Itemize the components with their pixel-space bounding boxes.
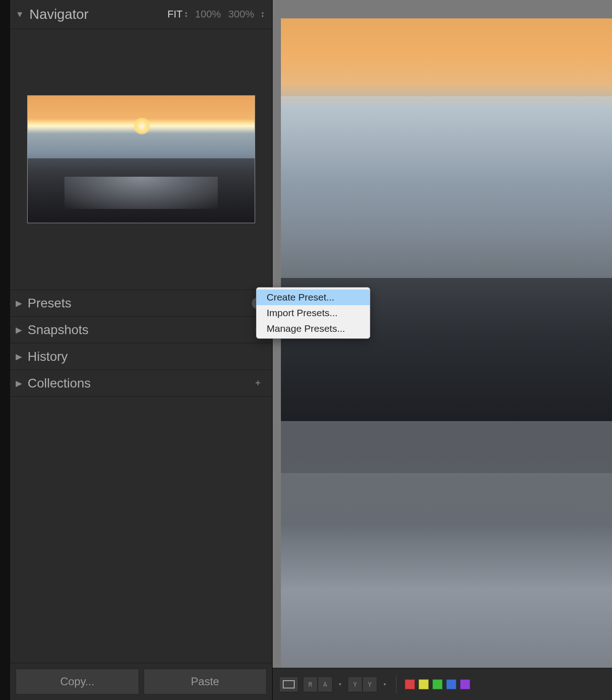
before-after-group: Y Y bbox=[348, 677, 377, 692]
expand-icon: ▶ bbox=[16, 298, 22, 308]
history-panel-header[interactable]: ▶ History bbox=[10, 343, 272, 370]
loupe-view-button[interactable] bbox=[279, 677, 298, 692]
zoom-fit[interactable]: FIT ▴▾ bbox=[167, 8, 187, 20]
compare-r-button[interactable]: R bbox=[303, 677, 318, 692]
navigator-title: Navigator bbox=[29, 6, 168, 22]
expand-icon: ▶ bbox=[16, 352, 22, 362]
navigator-header: ▼ Navigator FIT ▴▾ 100% 300% ▴▾ bbox=[10, 0, 272, 29]
toolbar-bottom: R A ▾ Y Y ▾ bbox=[273, 668, 612, 700]
color-label-yellow[interactable] bbox=[419, 679, 429, 689]
svg-rect-0 bbox=[283, 681, 294, 688]
left-panel: ▼ Navigator FIT ▴▾ 100% 300% ▴▾ ▶ bbox=[10, 0, 273, 700]
navigator-preview[interactable] bbox=[10, 29, 272, 290]
compare-a-button[interactable]: A bbox=[318, 677, 332, 692]
history-label: History bbox=[28, 349, 264, 364]
color-label-green[interactable] bbox=[432, 679, 443, 689]
snapshots-panel-header[interactable]: ▶ Snapshots + bbox=[10, 317, 272, 343]
expand-icon: ▶ bbox=[16, 378, 22, 388]
menu-create-preset[interactable]: Create Preset... bbox=[256, 289, 370, 305]
before-after-y2-button[interactable]: Y bbox=[362, 677, 377, 692]
toolbar-divider bbox=[396, 675, 396, 694]
snapshots-label: Snapshots bbox=[28, 323, 252, 337]
color-label-red[interactable] bbox=[405, 679, 415, 689]
navigator-collapse-icon[interactable]: ▼ bbox=[16, 10, 24, 19]
menu-manage-presets[interactable]: Manage Presets... bbox=[256, 321, 370, 336]
main-image[interactable] bbox=[281, 18, 612, 668]
color-label-chips bbox=[405, 679, 470, 689]
before-after-menu-icon[interactable]: ▾ bbox=[382, 682, 388, 687]
preview-thumbnail[interactable] bbox=[27, 95, 255, 223]
left-edge-strip[interactable] bbox=[0, 0, 10, 700]
zoom-300[interactable]: 300% bbox=[228, 8, 254, 20]
menu-import-presets[interactable]: Import Presets... bbox=[256, 305, 370, 321]
bottom-buttons: Copy... Paste bbox=[10, 663, 272, 700]
preset-dropdown-menu: Create Preset... Import Presets... Manag… bbox=[256, 287, 370, 339]
collections-label: Collections bbox=[28, 376, 252, 391]
paste-button[interactable]: Paste bbox=[144, 669, 267, 694]
add-collection-button[interactable]: + bbox=[252, 377, 264, 389]
compare-menu-icon[interactable]: ▾ bbox=[337, 682, 343, 687]
zoom-controls: FIT ▴▾ 100% 300% ▴▾ bbox=[167, 8, 264, 20]
expand-icon: ▶ bbox=[16, 325, 22, 335]
main-canvas: R A ▾ Y Y ▾ bbox=[273, 0, 612, 700]
compare-view-group: R A bbox=[303, 677, 332, 692]
zoom-100[interactable]: 100% bbox=[195, 8, 221, 20]
copy-button[interactable]: Copy... bbox=[16, 669, 139, 694]
presets-label: Presets bbox=[28, 296, 252, 311]
zoom-more-icon[interactable]: ▴▾ bbox=[262, 11, 264, 18]
before-after-y1-button[interactable]: Y bbox=[348, 677, 362, 692]
color-label-purple[interactable] bbox=[460, 679, 470, 689]
collections-panel-header[interactable]: ▶ Collections + bbox=[10, 370, 272, 397]
presets-panel-header[interactable]: ▶ Presets + bbox=[10, 290, 272, 317]
color-label-blue[interactable] bbox=[446, 679, 456, 689]
